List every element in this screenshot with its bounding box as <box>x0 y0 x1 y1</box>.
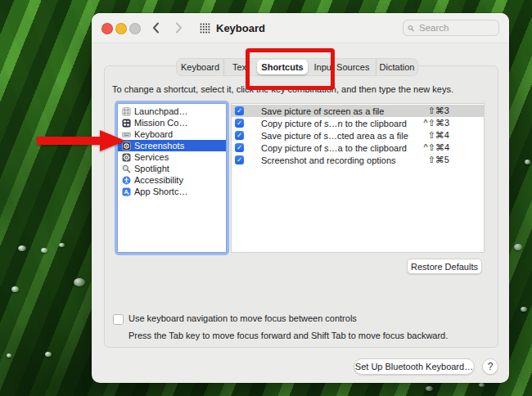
search-field[interactable] <box>403 20 499 36</box>
screenshot-stage: Keyboard Keyboard Text Shortcuts Input S… <box>0 0 532 396</box>
tab-keyboard[interactable]: Keyboard <box>177 59 224 75</box>
restore-defaults-button[interactable]: Restore Defaults <box>407 259 482 274</box>
tab-dictation[interactable]: Dictation <box>376 59 417 75</box>
keyboard-nav-checkbox[interactable] <box>113 314 124 325</box>
sidebar-item-mission-control[interactable]: Mission Co… <box>118 117 226 128</box>
water-droplet <box>426 386 433 391</box>
show-all-grid-icon[interactable] <box>200 23 210 34</box>
keyboard-nav-label: Use keyboard navigation to move focus be… <box>128 313 357 323</box>
shortcut-categories-list: Launchpad… Mission Co… Keyboard <box>117 103 227 253</box>
mission-control-icon <box>122 119 131 128</box>
shortcut-row-save-screen[interactable]: Save picture of screen as a file ⇧⌘3 <box>232 105 484 117</box>
zoom-button <box>129 23 141 34</box>
shortcuts-list: Save picture of screen as a file ⇧⌘3 Cop… <box>231 103 485 253</box>
sidebar-item-services[interactable]: Services <box>118 151 226 163</box>
red-arrow-annotation <box>33 127 131 155</box>
shortcut-label: Screenshot and recording options <box>261 155 396 165</box>
sidebar-item-label: Mission Co… <box>134 118 187 128</box>
shortcut-label: Save picture of s…cted area as a file <box>261 131 408 141</box>
water-droplet <box>45 352 52 357</box>
app-shortcuts-icon: A <box>122 187 131 196</box>
shortcut-label: Copy picture of s…n to the clipboard <box>261 119 407 128</box>
checkbox-checked-icon[interactable] <box>235 143 244 152</box>
sidebar-item-label: Accessibility <box>134 175 183 185</box>
water-droplet <box>514 244 522 250</box>
water-droplet <box>11 286 19 292</box>
spotlight-icon <box>122 164 131 173</box>
shortcut-keys[interactable]: ^⇧⌘4 <box>424 142 450 153</box>
accessibility-icon <box>122 176 131 185</box>
search-icon <box>408 24 414 33</box>
shortcut-row-save-area[interactable]: Save picture of s…cted area as a file ⇧⌘… <box>232 129 484 142</box>
water-droplet <box>59 243 65 247</box>
shortcut-keys[interactable]: ⇧⌘4 <box>428 130 449 141</box>
red-annotation-box <box>246 48 335 90</box>
minimize-button[interactable] <box>115 23 127 34</box>
sidebar-item-label: Services <box>134 152 169 162</box>
title-bar: Keyboard <box>92 13 509 43</box>
sidebar-item-label: Screenshots <box>134 141 184 151</box>
shortcut-row-options[interactable]: Screenshot and recording options ⇧⌘5 <box>232 154 484 166</box>
shortcut-label: Save picture of screen as a file <box>261 106 384 116</box>
shortcut-keys[interactable]: ⇧⌘5 <box>428 155 449 165</box>
system-preferences-window: Keyboard Keyboard Text Shortcuts Input S… <box>92 13 509 383</box>
checkbox-checked-icon[interactable] <box>235 106 244 115</box>
shortcut-keys[interactable]: ⇧⌘3 <box>428 106 449 116</box>
search-input[interactable] <box>417 22 494 34</box>
back-button[interactable] <box>151 21 162 34</box>
sidebar-item-label: Keyboard <box>134 129 173 139</box>
sidebar-item-accessibility[interactable]: Accessibility <box>118 174 226 186</box>
close-button[interactable] <box>101 23 113 34</box>
sidebar-item-spotlight[interactable]: Spotlight <box>118 163 226 174</box>
help-button[interactable]: ? <box>482 358 498 375</box>
checkbox-checked-icon[interactable] <box>235 155 244 164</box>
shortcut-label: Copy picture of s…a to the clipboard <box>261 143 407 153</box>
keyboard-nav-note: Press the Tab key to move focus forward … <box>128 331 448 340</box>
water-droplet <box>525 160 530 164</box>
sidebar-item-launchpad[interactable]: Launchpad… <box>118 106 226 117</box>
setup-bluetooth-keyboard-button[interactable]: Set Up Bluetooth Keyboard… <box>354 358 475 375</box>
forward-button[interactable] <box>173 21 184 34</box>
water-droplet <box>74 278 85 286</box>
checkbox-checked-icon[interactable] <box>235 131 244 140</box>
shortcut-row-copy-area[interactable]: Copy picture of s…a to the clipboard ^⇧⌘… <box>232 142 484 154</box>
sidebar-item-label: Spotlight <box>134 164 169 173</box>
sidebar-item-label: Launchpad… <box>134 106 187 116</box>
water-droplet <box>521 307 527 312</box>
sidebar-item-screenshots[interactable]: Screenshots <box>118 140 226 151</box>
shortcut-keys[interactable]: ^⇧⌘3 <box>424 118 450 128</box>
water-droplet <box>479 383 485 387</box>
water-droplet <box>41 248 47 253</box>
launchpad-icon <box>122 107 131 116</box>
water-droplet <box>7 353 11 358</box>
checkbox-checked-icon[interactable] <box>235 119 244 128</box>
sidebar-item-keyboard[interactable]: Keyboard <box>118 128 226 140</box>
water-droplet <box>18 245 26 251</box>
sidebar-item-app-shortcuts[interactable]: A App Shortc… <box>118 186 226 197</box>
window-title: Keyboard <box>216 22 265 34</box>
shortcut-row-copy-screen[interactable]: Copy picture of s…n to the clipboard ^⇧⌘… <box>232 117 484 129</box>
sidebar-item-label: App Shortc… <box>134 187 187 196</box>
